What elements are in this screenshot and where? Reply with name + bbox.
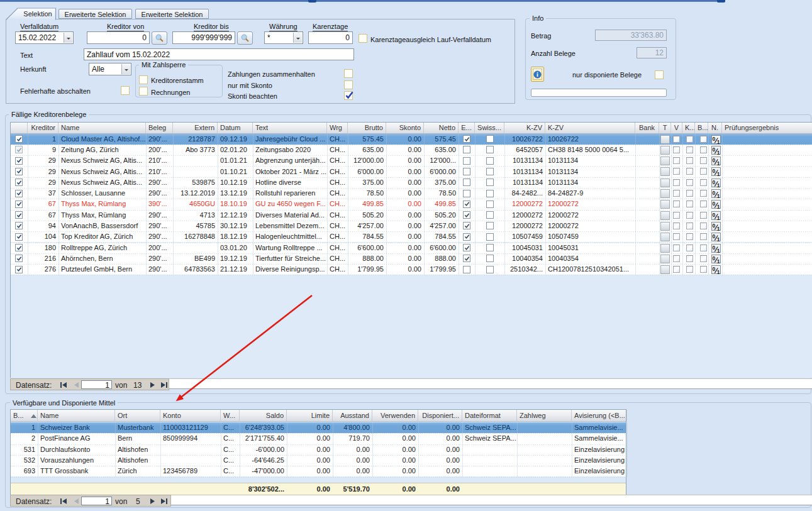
svg-text:0: 0 <box>713 266 716 272</box>
svg-text:1: 1 <box>717 171 720 177</box>
svg-text:0: 0 <box>713 245 716 251</box>
svg-text:1: 1 <box>717 269 720 275</box>
svg-text:0: 0 <box>713 201 716 207</box>
svg-text:0: 0 <box>713 190 716 196</box>
svg-text:1: 1 <box>717 138 720 144</box>
svg-text:1: 1 <box>717 236 720 242</box>
svg-text:0: 0 <box>713 179 716 185</box>
svg-text:1: 1 <box>717 258 720 263</box>
svg-text:0: 0 <box>713 223 716 229</box>
svg-text:1: 1 <box>717 149 720 155</box>
svg-text:1: 1 <box>717 247 720 253</box>
svg-text:0: 0 <box>713 146 716 153</box>
svg-text:1: 1 <box>717 160 720 166</box>
svg-text:1: 1 <box>717 225 720 231</box>
svg-text:1: 1 <box>717 204 720 209</box>
svg-text:0: 0 <box>713 233 716 239</box>
svg-text:0: 0 <box>713 212 716 218</box>
svg-text:0: 0 <box>713 168 716 174</box>
svg-text:1: 1 <box>717 193 720 199</box>
svg-text:1: 1 <box>717 214 720 220</box>
svg-text:0: 0 <box>713 157 716 163</box>
svg-text:1: 1 <box>717 182 720 187</box>
svg-text:0: 0 <box>713 255 716 261</box>
svg-text:0: 0 <box>713 136 716 142</box>
